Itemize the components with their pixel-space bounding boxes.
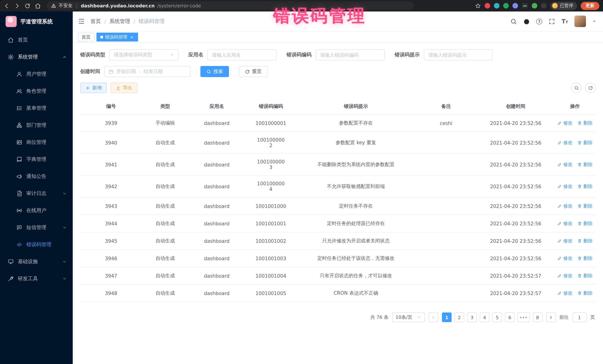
edit-link[interactable]: 修改	[557, 203, 573, 209]
export-button[interactable]: 导出	[111, 83, 137, 93]
sidebar-item-gear[interactable]: 系统管理	[0, 49, 73, 66]
select-placeholder: 请选择错误码类型	[114, 52, 152, 58]
back-icon[interactable]	[4, 3, 10, 9]
page-button-8[interactable]: 8	[533, 312, 542, 322]
tab-error-code[interactable]: 错误码管理 ×	[96, 33, 138, 42]
extension-icon-1[interactable]	[485, 3, 490, 9]
sidebar-item-users[interactable]: 角色管理	[0, 83, 73, 100]
chevron-down-icon[interactable]	[592, 19, 596, 23]
sidebar-item-book[interactable]: 字典管理	[0, 151, 73, 168]
github-icon[interactable]	[523, 18, 530, 25]
extension-icon-5[interactable]	[532, 3, 537, 9]
cell-remark	[415, 154, 477, 176]
reload-icon[interactable]	[24, 3, 30, 9]
edit-link[interactable]: 修改	[557, 273, 573, 279]
app-logo[interactable]: 芋道管理系统	[0, 11, 73, 32]
edit-link[interactable]: 修改	[557, 255, 573, 262]
edit-link[interactable]: 修改	[557, 183, 573, 190]
date-range-picker[interactable]: 开始日期 - 结束日期	[104, 66, 190, 77]
cell-type-text: 自动生成	[155, 273, 175, 278]
update-button[interactable]: 更新	[581, 2, 599, 10]
font-size-icon[interactable]: TT	[562, 18, 568, 24]
edit-link[interactable]: 修改	[557, 161, 573, 168]
app-name-input[interactable]	[208, 49, 277, 60]
delete-link[interactable]: 删除	[577, 161, 593, 168]
delete-link[interactable]: 删除	[577, 290, 593, 296]
prev-page-button[interactable]	[429, 312, 438, 322]
header-search-icon[interactable]	[510, 18, 517, 25]
page-size-select[interactable]: 10条/页	[392, 312, 425, 322]
extension-icon-2[interactable]	[494, 3, 499, 9]
error-code-input[interactable]	[316, 49, 385, 60]
cell-app-text: dashboard	[204, 140, 230, 145]
extension-on-badge-icon[interactable]: on	[522, 3, 528, 9]
sidebar-item-online[interactable]: 在线用户	[0, 202, 73, 219]
sidebar-item-badge[interactable]: 岗位管理	[0, 134, 73, 151]
page-button-2[interactable]: 2	[454, 312, 464, 322]
sidebar-item-infra[interactable]: 基础设施	[0, 253, 73, 270]
paused-badge[interactable]: 已暂停	[550, 2, 577, 10]
extension-icon-4[interactable]	[512, 3, 518, 9]
home-icon[interactable]	[35, 3, 41, 9]
sidebar-item-megaphone[interactable]: 通知公告	[0, 168, 73, 185]
sidebar-item-tools[interactable]: 研发工具	[0, 270, 73, 287]
sidebar-item-chat[interactable]: 短信管理	[0, 219, 73, 236]
refresh-table-icon[interactable]	[585, 83, 596, 93]
edit-link[interactable]: 修改	[557, 120, 573, 126]
delete-link[interactable]: 删除	[577, 140, 593, 146]
bookmark-star-icon[interactable]	[475, 3, 481, 9]
close-icon[interactable]: ×	[129, 34, 134, 40]
show-search-icon[interactable]	[571, 83, 581, 93]
delete-link[interactable]: 删除	[577, 255, 593, 262]
page-button-1[interactable]: 1	[442, 312, 452, 322]
breadcrumb-system[interactable]: 系统管理	[109, 18, 130, 25]
page-button-3[interactable]: 3	[467, 312, 477, 322]
cell-app: dashboard	[188, 267, 245, 285]
header-code: 错误码编码	[245, 99, 297, 114]
sidebar-fold-icon[interactable]	[78, 18, 85, 25]
sidebar-item-code[interactable]: 错误码管理	[0, 236, 73, 253]
help-icon[interactable]: ?	[536, 18, 542, 24]
delete-link[interactable]: 删除	[577, 220, 593, 227]
edit-link[interactable]: 修改	[557, 220, 573, 227]
page-button-4[interactable]: 4	[480, 312, 489, 322]
pin-extension-icon[interactable]	[541, 3, 547, 9]
cell-hint-text: 不能删除类型为系统内置的参数配置	[317, 162, 394, 167]
sidebar-item-list[interactable]: 菜单管理	[0, 100, 73, 117]
reset-button[interactable]: 重置	[239, 66, 267, 77]
pager-ellipsis[interactable]: •••	[518, 312, 530, 322]
cell-type: 自动生成	[142, 215, 188, 232]
forward-icon[interactable]	[14, 3, 20, 9]
page-button-6[interactable]: 6	[505, 312, 515, 322]
sidebar-item-home[interactable]: 首页	[0, 32, 73, 49]
add-button[interactable]: 新增	[80, 83, 107, 93]
page-button-5[interactable]: 5	[492, 312, 502, 322]
fullscreen-icon[interactable]	[549, 18, 555, 25]
goto-page-input[interactable]	[572, 312, 587, 322]
delete-link[interactable]: 删除	[577, 238, 593, 244]
delete-link[interactable]: 删除	[577, 273, 593, 279]
tab-home[interactable]: 首页	[78, 33, 94, 42]
sidebar-item-user[interactable]: 用户管理	[0, 66, 73, 83]
delete-link[interactable]: 删除	[577, 120, 593, 126]
cell-hint-text: 定时任务已经处于该状态，无需修改	[317, 255, 394, 261]
extension-icon-3[interactable]	[503, 3, 509, 9]
address-bar[interactable]: 不安全 | dashboard.yudao.iocoder.cn/system/…	[47, 1, 414, 10]
error-type-select[interactable]: 请选择错误码类型	[109, 49, 178, 60]
tree-icon	[16, 122, 22, 128]
cell-hint-text: 定时任务的处理器已经存在	[327, 221, 385, 226]
pencil-icon	[557, 204, 562, 208]
next-page-button[interactable]	[546, 312, 556, 322]
search-button[interactable]: 搜索	[200, 66, 229, 77]
sidebar-item-doc[interactable]: 审计日志	[0, 185, 73, 202]
cell-code: 1001000004	[245, 176, 297, 197]
edit-link[interactable]: 修改	[557, 290, 573, 296]
edit-link[interactable]: 修改	[557, 238, 573, 244]
delete-link[interactable]: 删除	[577, 203, 593, 209]
user-avatar[interactable]	[574, 16, 586, 27]
sidebar-item-tree[interactable]: 部门管理	[0, 117, 73, 134]
error-hint-input[interactable]	[424, 49, 493, 60]
edit-link[interactable]: 修改	[557, 140, 573, 146]
delete-link[interactable]: 删除	[577, 183, 593, 190]
breadcrumb-home[interactable]: 首页	[91, 18, 101, 25]
